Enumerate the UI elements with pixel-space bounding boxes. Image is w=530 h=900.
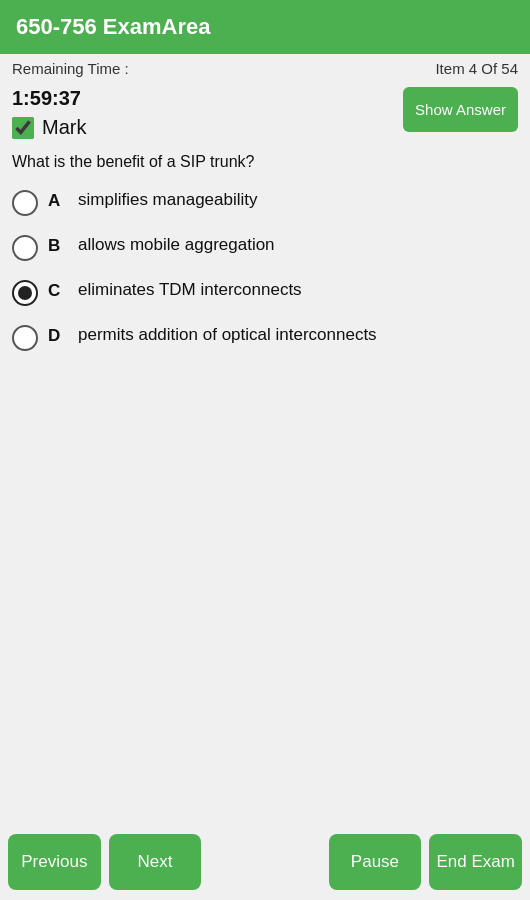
app-title: 650-756 ExamArea	[16, 14, 210, 39]
option-row-d[interactable]: Dpermits addition of optical interconnec…	[12, 324, 518, 351]
timer-row: 1:59:37 Mark Show Answer	[0, 83, 530, 143]
next-button[interactable]: Next	[109, 834, 202, 890]
option-radio-d	[12, 325, 38, 351]
bottom-navigation: Previous Next Pause End Exam	[0, 824, 530, 900]
question-area: What is the benefit of a SIP trunk? Asim…	[0, 143, 530, 824]
option-text-a: simplifies manageability	[78, 189, 258, 211]
option-text-d: permits addition of optical interconnect…	[78, 324, 377, 346]
info-bar: Remaining Time : Item 4 Of 54	[0, 54, 530, 83]
options-list: Asimplifies manageabilityBallows mobile …	[12, 189, 518, 351]
item-counter: Item 4 Of 54	[435, 60, 518, 77]
option-radio-c	[12, 280, 38, 306]
mark-label: Mark	[42, 116, 86, 139]
app-header: 650-756 ExamArea	[0, 0, 530, 54]
option-letter-b: B	[48, 236, 68, 256]
option-row-b[interactable]: Ballows mobile aggregation	[12, 234, 518, 261]
option-row-a[interactable]: Asimplifies manageability	[12, 189, 518, 216]
mark-row[interactable]: Mark	[12, 116, 86, 139]
pause-button[interactable]: Pause	[329, 834, 422, 890]
option-radio-b	[12, 235, 38, 261]
previous-button[interactable]: Previous	[8, 834, 101, 890]
option-row-c[interactable]: Celiminates TDM interconnects	[12, 279, 518, 306]
spacer	[209, 844, 320, 880]
option-text-c: eliminates TDM interconnects	[78, 279, 302, 301]
option-letter-d: D	[48, 326, 68, 346]
remaining-time-label: Remaining Time :	[12, 60, 129, 77]
question-text: What is the benefit of a SIP trunk?	[12, 153, 518, 171]
option-radio-a	[12, 190, 38, 216]
mark-checkbox[interactable]	[12, 117, 34, 139]
option-text-b: allows mobile aggregation	[78, 234, 275, 256]
option-letter-a: A	[48, 191, 68, 211]
option-letter-c: C	[48, 281, 68, 301]
end-exam-button[interactable]: End Exam	[429, 834, 522, 890]
timer-display: 1:59:37	[12, 87, 86, 110]
show-answer-button[interactable]: Show Answer	[403, 87, 518, 132]
